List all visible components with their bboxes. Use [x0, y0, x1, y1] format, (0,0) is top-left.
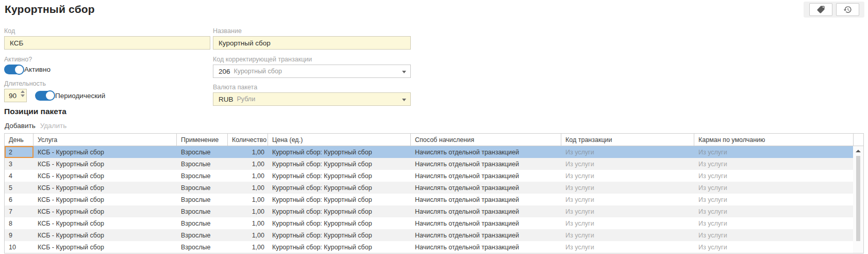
cell-day[interactable]: 2 [5, 146, 34, 158]
column-header[interactable]: Карман по умолчанию [694, 134, 854, 146]
cell-pocket[interactable]: Из услуги [694, 170, 854, 182]
table-row[interactable]: 9КСБ - Курортный сборВзрослые1,00Курортн… [5, 229, 853, 241]
active-toggle[interactable] [4, 65, 23, 74]
cell-day[interactable]: 7 [5, 205, 34, 217]
cell-accrual[interactable]: Начислять отдельной транзакцией [411, 146, 561, 158]
cell-service[interactable]: КСБ - Курортный сбор [34, 170, 177, 182]
cell-application[interactable]: Взрослые [177, 158, 228, 170]
cell-application[interactable]: Взрослые [177, 217, 228, 229]
cell-day[interactable]: 8 [5, 217, 34, 229]
name-input[interactable]: Курортный сбор [213, 36, 411, 50]
cell-application[interactable]: Взрослые [177, 170, 228, 182]
cell-transaction-code[interactable]: Из услуги [561, 158, 694, 170]
cell-quantity[interactable]: 1,00 [228, 205, 268, 217]
column-header[interactable]: Цена (ед.) [268, 134, 411, 146]
tags-button[interactable] [809, 3, 832, 16]
cell-pocket[interactable]: Из услуги [694, 205, 854, 217]
scrollbar-track[interactable] [853, 146, 863, 253]
cell-price[interactable]: Курортный сбор: Курортный сбор [268, 146, 411, 158]
cell-pocket[interactable]: Из услуги [694, 194, 854, 205]
column-header[interactable]: Применение [177, 134, 228, 146]
cell-price[interactable]: Курортный сбор: Курортный сбор [268, 194, 411, 205]
cell-application[interactable]: Взрослые [177, 194, 228, 205]
cell-quantity[interactable]: 1,00 [228, 182, 268, 194]
history-button[interactable] [836, 3, 859, 16]
cell-service[interactable]: КСБ - Курортный сбор [34, 229, 177, 241]
column-header[interactable]: Услуга [34, 134, 177, 146]
cell-day[interactable]: 10 [5, 241, 34, 253]
cell-service[interactable]: КСБ - Курортный сбор [34, 194, 177, 205]
periodic-toggle[interactable] [35, 91, 54, 101]
table-row[interactable]: 10КСБ - Курортный сборВзрослые1,00Курорт… [5, 241, 853, 253]
correction-code-select[interactable]: 206 Курортный сбор [213, 65, 411, 78]
cell-application[interactable]: Взрослые [177, 229, 228, 241]
cell-day[interactable]: 4 [5, 170, 34, 182]
cell-service[interactable]: КСБ - Курортный сбор [34, 217, 177, 229]
cell-quantity[interactable]: 1,00 [228, 229, 268, 241]
spin-down-icon[interactable] [21, 94, 25, 97]
cell-price[interactable]: Курортный сбор: Курортный сбор [268, 158, 411, 170]
column-header[interactable]: Количество [228, 134, 268, 146]
cell-quantity[interactable]: 1,00 [228, 158, 268, 170]
table-row[interactable]: 7КСБ - Курортный сборВзрослые1,00Курортн… [5, 205, 853, 217]
column-header[interactable]: Способ начисления [411, 134, 561, 146]
table-row[interactable]: 2КСБ - Курортный сборВзрослые1,00Курортн… [5, 146, 853, 158]
cell-transaction-code[interactable]: Из услуги [561, 241, 694, 253]
table-row[interactable]: 8КСБ - Курортный сборВзрослые1,00Курортн… [5, 217, 853, 229]
cell-service[interactable]: КСБ - Курортный сбор [34, 146, 177, 158]
cell-transaction-code[interactable]: Из услуги [561, 205, 694, 217]
cell-price[interactable]: Курортный сбор: Курортный сбор [268, 182, 411, 194]
cell-accrual[interactable]: Начислять отдельной транзакцией [411, 205, 561, 217]
cell-transaction-code[interactable]: Из услуги [561, 146, 694, 158]
cell-day[interactable]: 6 [5, 194, 34, 205]
cell-quantity[interactable]: 1,00 [228, 241, 268, 253]
spin-up-icon[interactable] [21, 90, 25, 93]
cell-accrual[interactable]: Начислять отдельной транзакцией [411, 217, 561, 229]
cell-accrual[interactable]: Начислять отдельной транзакцией [411, 182, 561, 194]
code-input[interactable]: КСБ [4, 36, 210, 50]
cell-price[interactable]: Курортный сбор: Курортный сбор [268, 217, 411, 229]
cell-application[interactable]: Взрослые [177, 146, 228, 158]
table-row[interactable]: 5КСБ - Курортный сборВзрослые1,00Курортн… [5, 182, 853, 194]
cell-service[interactable]: КСБ - Курортный сбор [34, 205, 177, 217]
cell-pocket[interactable]: Из услуги [694, 241, 854, 253]
cell-day[interactable]: 9 [5, 229, 34, 241]
cell-price[interactable]: Курортный сбор: Курортный сбор [268, 241, 411, 253]
cell-pocket[interactable]: Из услуги [694, 158, 854, 170]
table-row[interactable]: 4КСБ - Курортный сборВзрослые1,00Курортн… [5, 170, 853, 182]
cell-accrual[interactable]: Начислять отдельной транзакцией [411, 229, 561, 241]
delete-button[interactable]: Удалить [40, 122, 67, 130]
cell-service[interactable]: КСБ - Курортный сбор [34, 182, 177, 194]
cell-quantity[interactable]: 1,00 [228, 170, 268, 182]
cell-accrual[interactable]: Начислять отдельной транзакцией [411, 158, 561, 170]
column-header[interactable]: День [5, 134, 34, 146]
cell-quantity[interactable]: 1,00 [228, 146, 268, 158]
add-button[interactable]: Добавить [5, 122, 36, 130]
cell-pocket[interactable]: Из услуги [694, 229, 854, 241]
table-scrollbar[interactable] [853, 133, 864, 253]
cell-pocket[interactable]: Из услуги [694, 182, 854, 194]
cell-day[interactable]: 3 [5, 158, 34, 170]
cell-day[interactable]: 5 [5, 182, 34, 194]
column-header[interactable]: Код транзакции [561, 134, 694, 146]
scrollbar-thumb[interactable] [856, 156, 860, 241]
cell-application[interactable]: Взрослые [177, 241, 228, 253]
cell-price[interactable]: Курортный сбор: Курортный сбор [268, 170, 411, 182]
cell-transaction-code[interactable]: Из услуги [561, 217, 694, 229]
cell-service[interactable]: КСБ - Курортный сбор [34, 158, 177, 170]
duration-input[interactable]: 90 [4, 89, 27, 102]
cell-accrual[interactable]: Начислять отдельной транзакцией [411, 194, 561, 205]
cell-accrual[interactable]: Начислять отдельной транзакцией [411, 241, 561, 253]
cell-quantity[interactable]: 1,00 [228, 194, 268, 205]
cell-price[interactable]: Курортный сбор: Курортный сбор [268, 229, 411, 241]
cell-application[interactable]: Взрослые [177, 182, 228, 194]
table-row[interactable]: 6КСБ - Курортный сборВзрослые1,00Курортн… [5, 194, 853, 205]
cell-transaction-code[interactable]: Из услуги [561, 182, 694, 194]
cell-pocket[interactable]: Из услуги [694, 146, 854, 158]
cell-price[interactable]: Курортный сбор: Курортный сбор [268, 205, 411, 217]
table-row[interactable]: 3КСБ - Курортный сборВзрослые1,00Курортн… [5, 158, 853, 170]
cell-service[interactable]: КСБ - Курортный сбор [34, 241, 177, 253]
cell-accrual[interactable]: Начислять отдельной транзакцией [411, 170, 561, 182]
scroll-up-icon[interactable] [856, 150, 861, 152]
cell-transaction-code[interactable]: Из услуги [561, 170, 694, 182]
